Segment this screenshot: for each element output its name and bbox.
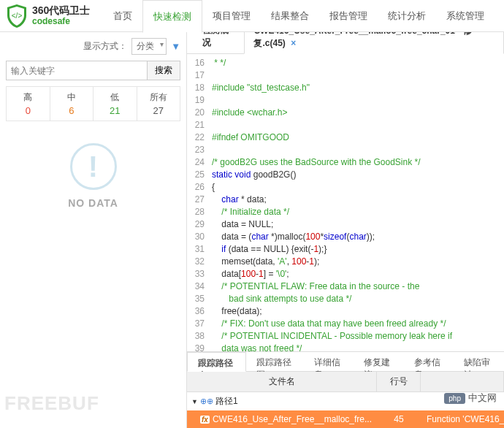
- detail-tab[interactable]: 参考信息: [404, 352, 454, 371]
- search-input[interactable]: [6, 61, 148, 80]
- display-mode-select[interactable]: 分类: [131, 38, 167, 55]
- path-group-row[interactable]: ▼ ⊕⊕ 路径1: [187, 392, 504, 410]
- stat-item[interactable]: 所有27: [137, 87, 180, 121]
- main-nav: 首页快速检测项目管理结果整合报告管理统计分析系统管理: [103, 0, 495, 32]
- stat-item[interactable]: 高0: [7, 87, 50, 121]
- filter-icon[interactable]: ▼: [171, 41, 180, 52]
- no-data-text: NO DATA: [6, 197, 180, 209]
- detail-tab[interactable]: 详细信息: [304, 352, 354, 371]
- stats-row: 高0中6低21所有27: [6, 86, 180, 121]
- code-editor[interactable]: 1617181920212223242526272829303132333435…: [187, 54, 504, 351]
- trace-file: CWE416_Use_After_Free__malloc_fre...: [213, 414, 372, 424]
- app-header: </> 360代码卫士 codesafe 首页快速检测项目管理结果整合报告管理统…: [0, 0, 504, 32]
- nav-item[interactable]: 快速检测: [142, 0, 202, 33]
- file-tabs: 检测概况CWE416_Use_After_Free__malloc_free_c…: [187, 32, 504, 54]
- stat-item[interactable]: 低21: [93, 87, 137, 121]
- file-tab[interactable]: 检测概况: [193, 32, 244, 53]
- trace-line: 45: [377, 410, 421, 428]
- logo-text-zh: 360代码卫士: [32, 5, 90, 16]
- stat-item[interactable]: 中6: [50, 87, 94, 121]
- nav-item[interactable]: 统计分析: [378, 0, 436, 32]
- detail-tab[interactable]: 修复建议: [354, 352, 404, 371]
- search-button[interactable]: 搜索: [148, 61, 180, 80]
- detail-tabs: 跟踪路径表跟踪路径图详细信息修复建议参考信息缺陷审计: [187, 351, 504, 372]
- detail-tab[interactable]: 跟踪路径图: [246, 352, 304, 371]
- function-icon: fx: [200, 416, 210, 424]
- close-icon[interactable]: ×: [291, 38, 296, 48]
- col-filename[interactable]: 文件名: [187, 372, 377, 391]
- nav-item[interactable]: 结果整合: [261, 0, 319, 32]
- trace-desc: Function 'CWE416_Use_After_Free__mall: [421, 410, 504, 428]
- path-label: 路径1: [215, 395, 238, 408]
- exclamation-icon: !: [70, 143, 117, 190]
- file-tab[interactable]: CWE416_Use_After_Free__malloc_free_char_…: [244, 32, 504, 54]
- line-gutter: 1617181920212223242526272829303132333435…: [187, 54, 209, 351]
- expand-icon[interactable]: ▼: [191, 398, 198, 405]
- trace-table: 文件名 行号 ▼ ⊕⊕ 路径1 fx CWE416_Use_After_Free…: [187, 372, 504, 428]
- path-icon: ⊕⊕: [200, 397, 213, 406]
- logo: </> 360代码卫士 codesafe: [6, 4, 90, 28]
- nav-item[interactable]: 项目管理: [202, 0, 261, 32]
- svg-text:</>: </>: [12, 12, 23, 20]
- logo-text-en: codesafe: [32, 17, 90, 26]
- no-data-placeholder: ! NO DATA: [6, 121, 180, 231]
- col-line[interactable]: 行号: [377, 372, 421, 391]
- shield-icon: </>: [6, 4, 28, 28]
- right-panel: 检测概况CWE416_Use_After_Free__malloc_free_c…: [187, 32, 504, 428]
- nav-item[interactable]: 首页: [103, 0, 142, 32]
- col-desc[interactable]: [421, 372, 504, 391]
- display-mode-label: 显示方式：: [83, 40, 127, 53]
- left-panel: 显示方式： 分类 ▼ 搜索 高0中6低21所有27 ! NO DATA: [0, 32, 187, 428]
- trace-row[interactable]: fx CWE416_Use_After_Free__malloc_fre... …: [187, 410, 504, 428]
- code-content: * */ #include "std_testcase.h" #include …: [209, 54, 504, 351]
- detail-tab[interactable]: 跟踪路径表: [187, 352, 246, 372]
- detail-tab[interactable]: 缺陷审计: [454, 352, 504, 371]
- nav-item[interactable]: 报告管理: [319, 0, 378, 32]
- nav-item[interactable]: 系统管理: [436, 0, 495, 32]
